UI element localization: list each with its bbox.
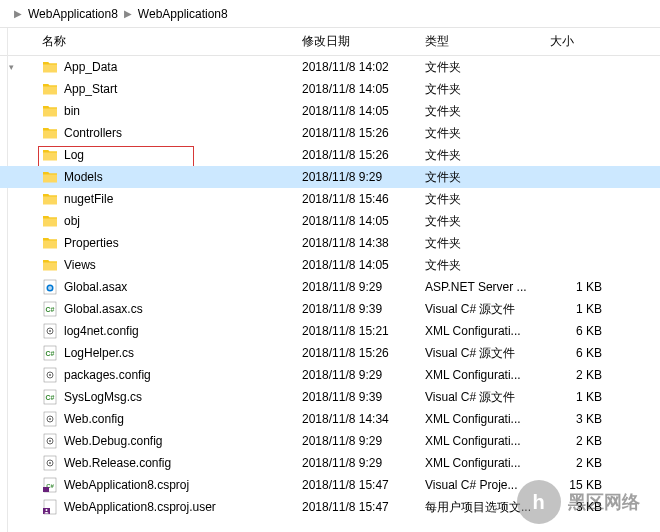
file-name: Properties <box>64 236 119 250</box>
config-icon <box>42 455 58 471</box>
tree-collapse-icon[interactable]: ▾ <box>6 62 16 72</box>
cell-date: 2018/11/8 15:47 <box>302 478 425 492</box>
breadcrumb[interactable]: ▶ WebApplication8 ▶ WebApplication8 <box>0 0 660 28</box>
folder-icon <box>42 59 58 75</box>
file-row[interactable]: App_Start2018/11/8 14:05文件夹 <box>0 78 660 100</box>
config-icon <box>42 433 58 449</box>
column-date[interactable]: 修改日期 <box>302 33 425 50</box>
file-row[interactable]: C#WebApplication8.csproj2018/11/8 15:47V… <box>0 474 660 496</box>
file-row[interactable]: WebApplication8.csproj.user2018/11/8 15:… <box>0 496 660 518</box>
cell-date: 2018/11/8 14:34 <box>302 412 425 426</box>
file-row[interactable]: C#LogHelper.cs2018/11/8 15:26Visual C# 源… <box>0 342 660 364</box>
cell-name: App_Data <box>12 59 302 75</box>
file-row[interactable]: obj2018/11/8 14:05文件夹 <box>0 210 660 232</box>
file-row[interactable]: Global.asax2018/11/8 9:29ASP.NET Server … <box>0 276 660 298</box>
file-name: Models <box>64 170 103 184</box>
column-name[interactable]: 名称 <box>12 33 302 50</box>
file-name: SysLogMsg.cs <box>64 390 142 404</box>
file-row[interactable]: packages.config2018/11/8 9:29XML Configu… <box>0 364 660 386</box>
cell-name: C#SysLogMsg.cs <box>12 389 302 405</box>
file-name: Controllers <box>64 126 122 140</box>
chevron-right-icon: ▶ <box>124 8 132 19</box>
breadcrumb-item[interactable]: WebApplication8 <box>28 7 118 21</box>
file-name: Global.asax.cs <box>64 302 143 316</box>
file-row[interactable]: log4net.config2018/11/8 15:21XML Configu… <box>0 320 660 342</box>
cell-name: C#Global.asax.cs <box>12 301 302 317</box>
file-row[interactable]: C#Global.asax.cs2018/11/8 9:39Visual C# … <box>0 298 660 320</box>
cell-type: 文件夹 <box>425 235 550 252</box>
folder-icon <box>42 257 58 273</box>
cell-type: 文件夹 <box>425 169 550 186</box>
cell-name: Log <box>12 147 302 163</box>
cell-date: 2018/11/8 9:29 <box>302 434 425 448</box>
cell-size: 15 KB <box>550 478 610 492</box>
file-name: WebApplication8.csproj <box>64 478 189 492</box>
file-name: log4net.config <box>64 324 139 338</box>
cell-type: 文件夹 <box>425 147 550 164</box>
file-row[interactable]: Web.config2018/11/8 14:34XML Configurati… <box>0 408 660 430</box>
cell-type: 每用户项目选项文... <box>425 499 550 516</box>
file-row[interactable]: Web.Release.config2018/11/8 9:29XML Conf… <box>0 452 660 474</box>
file-row[interactable]: Properties2018/11/8 14:38文件夹 <box>0 232 660 254</box>
file-row[interactable]: nugetFile2018/11/8 15:46文件夹 <box>0 188 660 210</box>
cell-type: 文件夹 <box>425 59 550 76</box>
cell-type: XML Configurati... <box>425 456 550 470</box>
file-name: Log <box>64 148 84 162</box>
cell-name: Web.Release.config <box>12 455 302 471</box>
file-name: App_Start <box>64 82 117 96</box>
cell-name: Models <box>12 169 302 185</box>
file-name: Views <box>64 258 96 272</box>
column-size[interactable]: 大小 <box>550 33 610 50</box>
cell-date: 2018/11/8 14:38 <box>302 236 425 250</box>
file-name: LogHelper.cs <box>64 346 134 360</box>
cell-date: 2018/11/8 9:39 <box>302 390 425 404</box>
file-row[interactable]: bin2018/11/8 14:05文件夹 <box>0 100 660 122</box>
cell-name: bin <box>12 103 302 119</box>
file-name: Web.Release.config <box>64 456 171 470</box>
file-name: Web.Debug.config <box>64 434 163 448</box>
file-row[interactable]: C#SysLogMsg.cs2018/11/8 9:39Visual C# 源文… <box>0 386 660 408</box>
svg-point-28 <box>46 509 48 511</box>
folder-icon <box>42 103 58 119</box>
file-row[interactable]: Log2018/11/8 15:26文件夹 <box>0 144 660 166</box>
svg-point-22 <box>49 462 51 464</box>
folder-icon <box>42 125 58 141</box>
folder-icon <box>42 169 58 185</box>
file-row[interactable]: ▾App_Data2018/11/8 14:02文件夹 <box>0 56 660 78</box>
folder-icon <box>42 147 58 163</box>
file-list: ▾App_Data2018/11/8 14:02文件夹App_Start2018… <box>0 56 660 518</box>
file-row[interactable]: Web.Debug.config2018/11/8 9:29XML Config… <box>0 430 660 452</box>
cell-name: log4net.config <box>12 323 302 339</box>
cell-date: 2018/11/8 15:21 <box>302 324 425 338</box>
file-name: packages.config <box>64 368 151 382</box>
cell-name: Global.asax <box>12 279 302 295</box>
cs-icon: C# <box>42 345 58 361</box>
cell-date: 2018/11/8 15:47 <box>302 500 425 514</box>
cell-size: 1 KB <box>550 390 610 404</box>
svg-point-11 <box>49 374 51 376</box>
folder-icon <box>42 213 58 229</box>
cell-name: packages.config <box>12 367 302 383</box>
folder-icon <box>42 81 58 97</box>
file-name: obj <box>64 214 80 228</box>
cell-size: 1 KB <box>550 302 610 316</box>
svg-text:C#: C# <box>46 306 55 313</box>
cell-type: 文件夹 <box>425 81 550 98</box>
cs-icon: C# <box>42 389 58 405</box>
file-name: Web.config <box>64 412 124 426</box>
file-row[interactable]: Models2018/11/8 9:29文件夹 <box>0 166 660 188</box>
cell-name: C#WebApplication8.csproj <box>12 477 302 493</box>
svg-rect-25 <box>43 487 49 492</box>
cell-date: 2018/11/8 14:05 <box>302 82 425 96</box>
column-type[interactable]: 类型 <box>425 33 550 50</box>
file-row[interactable]: Controllers2018/11/8 15:26文件夹 <box>0 122 660 144</box>
cell-type: XML Configurati... <box>425 368 550 382</box>
asax-icon <box>42 279 58 295</box>
breadcrumb-item[interactable]: WebApplication8 <box>138 7 228 21</box>
cell-date: 2018/11/8 9:29 <box>302 368 425 382</box>
file-name: App_Data <box>64 60 117 74</box>
folder-icon <box>42 191 58 207</box>
cell-date: 2018/11/8 14:05 <box>302 104 425 118</box>
file-row[interactable]: Views2018/11/8 14:05文件夹 <box>0 254 660 276</box>
cell-name: C#LogHelper.cs <box>12 345 302 361</box>
